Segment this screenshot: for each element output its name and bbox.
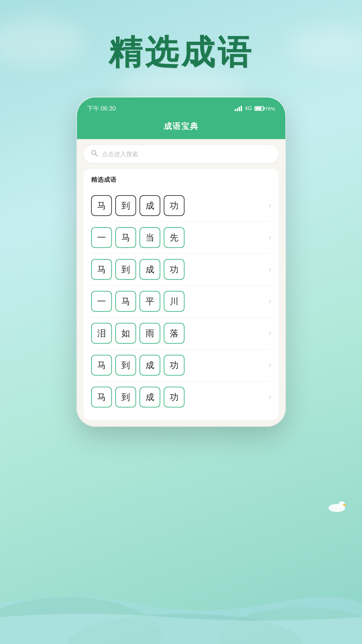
- idiom-row-0[interactable]: 马 到 成 功 ›: [91, 190, 271, 222]
- idiom-chars-3: 一 马 平 川: [91, 291, 266, 312]
- svg-rect-6: [235, 109, 236, 111]
- chevron-icon: ›: [269, 329, 271, 338]
- svg-rect-8: [239, 107, 240, 111]
- char-box: 如: [115, 323, 136, 344]
- idiom-row-2[interactable]: 马 到 成 功 ›: [91, 254, 271, 286]
- char-box: 到: [115, 387, 136, 407]
- idiom-row-4[interactable]: 泪 如 雨 落 ›: [91, 317, 271, 349]
- idiom-chars-1: 一 马 当 先: [91, 227, 266, 248]
- char-box: 到: [115, 355, 136, 376]
- battery-icon: 78%: [254, 106, 275, 112]
- idiom-row-3[interactable]: 一 马 平 川 ›: [91, 286, 271, 317]
- char-box: 功: [164, 195, 185, 216]
- char-box: 功: [164, 259, 185, 280]
- svg-point-2: [67, 614, 303, 644]
- status-icons: 4G 78%: [235, 105, 275, 112]
- section-card: 精选成语 马 到 成 功 › 一 马 当 先: [84, 169, 279, 420]
- char-box: 一: [91, 227, 112, 248]
- svg-point-5: [343, 504, 346, 506]
- chevron-icon: ›: [269, 297, 271, 306]
- chevron-icon: ›: [269, 265, 271, 274]
- char-box: 川: [164, 291, 185, 312]
- char-box: 泪: [91, 323, 112, 344]
- char-box: 平: [139, 291, 160, 312]
- idiom-chars-2: 马 到 成 功: [91, 259, 266, 280]
- svg-line-11: [95, 154, 97, 156]
- landscape-svg: [0, 476, 362, 644]
- svg-point-0: [0, 597, 161, 644]
- svg-point-10: [92, 151, 96, 155]
- chevron-icon: ›: [269, 393, 271, 401]
- idiom-row-5[interactable]: 马 到 成 功 ›: [91, 349, 271, 381]
- big-title: 精选成语: [0, 30, 362, 76]
- idiom-chars-0: 马 到 成 功: [91, 195, 266, 216]
- phone-frame: 下午 06:30 4G 78% 成语宝典: [77, 97, 285, 426]
- network-type: 4G: [245, 105, 252, 112]
- app-header: 成语宝典: [77, 115, 285, 139]
- search-placeholder: 点击进入搜索: [102, 150, 138, 158]
- svg-point-4: [338, 501, 345, 508]
- search-bar[interactable]: 点击进入搜索: [84, 145, 279, 163]
- search-icon: [91, 150, 98, 158]
- svg-point-3: [328, 504, 345, 512]
- char-box: 马: [91, 259, 112, 280]
- char-box: 先: [164, 227, 185, 248]
- app-title: 成语宝典: [164, 122, 199, 131]
- battery-percent: 78%: [265, 106, 275, 112]
- char-box: 成: [139, 387, 160, 407]
- char-box: 成: [139, 259, 160, 280]
- status-bar: 下午 06:30 4G 78%: [77, 97, 285, 115]
- char-box: 成: [139, 355, 160, 376]
- idiom-chars-4: 泪 如 雨 落: [91, 323, 266, 344]
- char-box: 雨: [139, 323, 160, 344]
- chevron-icon: ›: [269, 233, 271, 242]
- char-box: 落: [164, 323, 185, 344]
- chevron-icon: ›: [269, 361, 271, 370]
- search-area: 点击进入搜索: [77, 139, 285, 169]
- idiom-row-6[interactable]: 马 到 成 功 ›: [91, 381, 271, 413]
- char-box: 一: [91, 291, 112, 312]
- duck-decoration: [325, 496, 349, 513]
- svg-rect-7: [237, 108, 238, 111]
- char-box: 马: [91, 387, 112, 407]
- char-box: 马: [91, 355, 112, 376]
- idiom-row-1[interactable]: 一 马 当 先 ›: [91, 222, 271, 254]
- section-title: 精选成语: [91, 176, 271, 184]
- char-box: 功: [164, 387, 185, 407]
- idiom-chars-6: 马 到 成 功: [91, 387, 266, 407]
- chevron-icon: ›: [269, 201, 271, 210]
- svg-rect-9: [241, 106, 242, 111]
- char-box: 到: [115, 259, 136, 280]
- main-content: 精选成语 马 到 成 功 › 一 马 当 先: [77, 169, 285, 426]
- char-box: 马: [115, 227, 136, 248]
- status-time: 下午 06:30: [87, 104, 116, 113]
- idiom-chars-5: 马 到 成 功: [91, 355, 266, 376]
- char-box: 到: [115, 195, 136, 216]
- char-box: 当: [139, 227, 160, 248]
- svg-point-1: [218, 607, 362, 644]
- phone-mockup: 下午 06:30 4G 78% 成语宝典: [77, 97, 285, 426]
- char-box: 成: [139, 195, 160, 216]
- char-box: 马: [115, 291, 136, 312]
- char-box: 功: [164, 355, 185, 376]
- signal-icon: [235, 106, 242, 111]
- char-box: 马: [91, 195, 112, 216]
